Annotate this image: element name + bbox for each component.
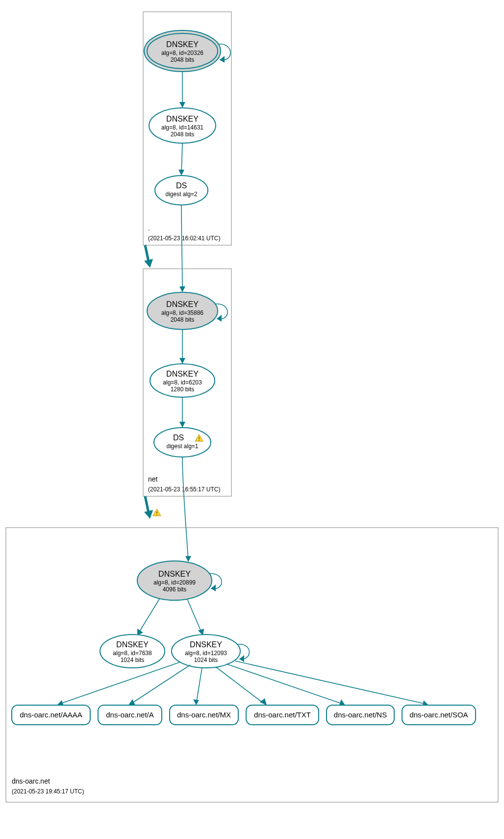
arrow-delegation-net-oarc	[144, 510, 153, 519]
rrset-ns-label: dns-oarc.net/NS	[334, 711, 387, 719]
arrow-net-zsk-ds	[179, 422, 185, 428]
svg-point-6	[154, 428, 211, 457]
node-root-ksk[interactable]: DNSKEY alg=8, id=20326 2048 bits	[144, 30, 221, 72]
arrow-root-ds-net-ksk	[179, 286, 185, 292]
node-oarc-zsk2[interactable]: DNSKEY alg=8, id=12093 1024 bits	[172, 635, 240, 668]
node-net-ds-title: DS	[173, 433, 184, 442]
node-root-ds-title: DS	[176, 181, 187, 190]
rrset-a-label: dns-oarc.net/A	[106, 711, 154, 719]
arrow-delegation-root-net	[144, 259, 153, 268]
rrset-soa[interactable]: dns-oarc.net/SOA	[402, 705, 476, 725]
edge-net-ds-oarc-ksk	[182, 457, 188, 561]
zone-ts-net: (2021-05-23 16:55:17 UTC)	[148, 486, 220, 493]
node-root-ksk-title: DNSKEY	[166, 40, 199, 49]
arrow-net-ds-oarc-ksk	[185, 556, 191, 562]
edge-zsk2-soa	[235, 661, 427, 704]
svg-point-3	[155, 176, 208, 205]
node-net-zsk-l3: 1280 bits	[171, 386, 195, 393]
node-net-ds-l2: digest alg=1	[166, 443, 198, 450]
rrset-mx[interactable]: dns-oarc.net/MX	[170, 705, 238, 725]
node-root-ksk-l2: alg=8, id=20326	[161, 50, 203, 56]
node-oarc-ksk-l2: alg=8, id=20899	[153, 579, 196, 586]
arrow-zsk2-txt	[260, 698, 267, 705]
node-net-ds[interactable]: DS digest alg=1 !	[154, 428, 211, 457]
node-oarc-ksk[interactable]: DNSKEY alg=8, id=20899 4096 bits	[137, 561, 212, 600]
node-net-ksk-l3: 2048 bits	[171, 316, 195, 323]
arrow-zsk2-mx	[193, 699, 199, 705]
node-oarc-zsk1-l3: 1024 bits	[121, 657, 145, 663]
node-oarc-ksk-l3: 4096 bits	[163, 586, 187, 593]
svg-text:!: !	[198, 436, 200, 442]
arrow-oarc-zsk2-self	[239, 655, 244, 662]
zone-name-net: net	[148, 475, 158, 483]
rrset-mx-label: dns-oarc.net/MX	[177, 711, 231, 719]
edge-oarc-ksk-zsk1	[138, 598, 160, 634]
node-oarc-zsk2-title: DNSKEY	[190, 640, 222, 649]
rrset-aaaa[interactable]: dns-oarc.net/AAAA	[12, 705, 90, 725]
arrow-zsk2-a	[128, 699, 135, 705]
node-oarc-zsk1-l2: alg=8, id=7638	[113, 650, 152, 657]
edge-root-ds-net-ksk	[181, 205, 182, 291]
node-net-ksk[interactable]: DNSKEY alg=8, id=35886 2048 bits	[147, 292, 218, 330]
node-net-zsk-l2: alg=8, id=6203	[163, 379, 202, 386]
zone-name-oarc: dns-oarc.net	[12, 777, 50, 785]
rrset-txt[interactable]: dns-oarc.net/TXT	[246, 705, 319, 725]
warning-icon: !	[153, 509, 161, 516]
node-oarc-ksk-title: DNSKEY	[158, 570, 191, 578]
node-oarc-zsk2-l3: 1024 bits	[194, 657, 218, 663]
edge-oarc-ksk-zsk2	[187, 599, 202, 634]
arrow-net-ksk-zsk	[179, 358, 185, 364]
rrset-soa-label: dns-oarc.net/SOA	[409, 711, 468, 719]
node-oarc-zsk1-title: DNSKEY	[116, 640, 149, 649]
node-oarc-zsk1[interactable]: DNSKEY alg=8, id=7638 1024 bits	[100, 635, 165, 668]
node-net-zsk[interactable]: DNSKEY alg=8, id=6203 1280 bits	[150, 364, 215, 397]
node-oarc-zsk2-l2: alg=8, id=12093	[185, 650, 227, 657]
arrow-root-zsk-ds	[178, 170, 184, 176]
svg-text:!: !	[156, 510, 158, 516]
node-net-ksk-title: DNSKEY	[166, 300, 199, 308]
node-root-ds[interactable]: DS digest alg=2	[155, 176, 208, 205]
zone-ts-root: (2021-05-23 16:02:41 UTC)	[148, 235, 220, 242]
arrow-zsk2-ns	[339, 699, 345, 705]
zone-ts-oarc: (2021-05-23 19:45:17 UTC)	[12, 788, 84, 795]
arrow-root-ksk-self	[220, 56, 225, 63]
rrset-ns[interactable]: dns-oarc.net/NS	[327, 705, 394, 725]
edge-zsk2-ns	[227, 664, 343, 704]
arrow-oarc-ksk-self	[211, 585, 216, 591]
node-root-zsk[interactable]: DNSKEY alg=8, id=14631 2048 bits	[149, 108, 216, 143]
node-root-zsk-title: DNSKEY	[166, 115, 199, 123]
zone-name-root: .	[148, 224, 150, 232]
node-root-zsk-l3: 2048 bits	[171, 131, 195, 138]
node-net-ksk-l2: alg=8, id=35886	[161, 309, 203, 316]
node-root-ksk-l3: 2048 bits	[171, 56, 195, 63]
edge-zsk2-txt	[216, 667, 265, 704]
rrset-aaaa-label: dns-oarc.net/AAAA	[20, 711, 82, 719]
rrset-txt-label: dns-oarc.net/TXT	[254, 711, 311, 719]
arrow-net-ksk-self	[217, 315, 222, 322]
rrset-a[interactable]: dns-oarc.net/A	[98, 705, 162, 725]
edge-zsk2-mx	[196, 668, 202, 704]
arrow-root-ksk-zsk	[179, 102, 185, 108]
node-net-zsk-title: DNSKEY	[166, 370, 199, 378]
node-root-ds-l2: digest alg=2	[165, 191, 197, 198]
edge-zsk2-a	[130, 665, 190, 704]
node-root-zsk-l2: alg=8, id=14631	[161, 124, 203, 131]
